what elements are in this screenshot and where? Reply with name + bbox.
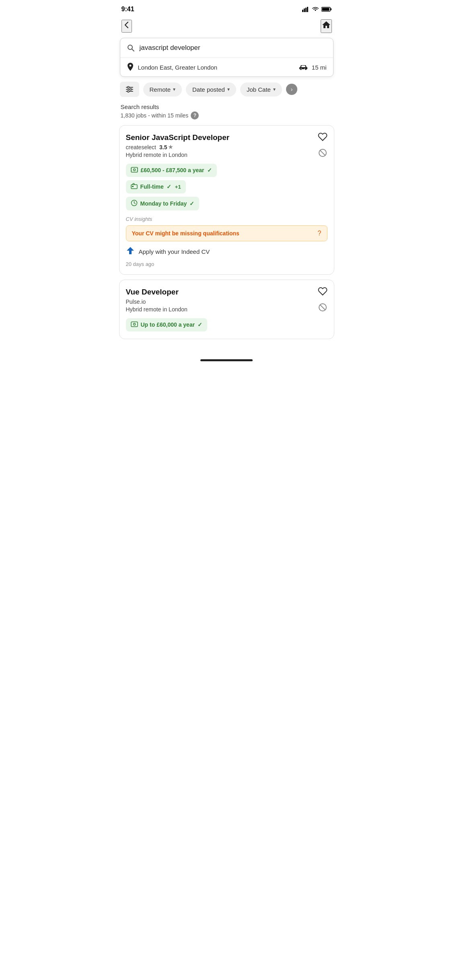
status-icons: [302, 6, 332, 12]
date-posted-chevron-icon: ▾: [227, 86, 230, 92]
job-company-row: createselect 3.5 ★: [126, 144, 311, 150]
jobtype-verified-icon: ✓: [167, 183, 171, 190]
cv-warning-info-icon[interactable]: ?: [318, 230, 321, 237]
results-title: Search results: [121, 103, 333, 110]
job-tags: £60,500 - £87,500 a year ✓ Full-time ✓ +…: [126, 164, 327, 210]
job-title: Vue Developer: [126, 287, 311, 297]
status-bar: 9:41: [113, 0, 340, 16]
job-category-chevron-icon: ▾: [273, 86, 276, 92]
apply-text: Apply with your Indeed CV: [139, 248, 210, 255]
cv-warning[interactable]: Your CV might be missing qualifications …: [126, 225, 327, 241]
remote-filter-label: Remote: [150, 86, 171, 93]
salary-tag: Up to £60,000 a year ✓: [126, 318, 208, 331]
job-card-actions: [318, 132, 327, 159]
svg-rect-3: [307, 7, 308, 12]
svg-point-13: [127, 91, 129, 92]
job-location: Hybrid remote in London: [126, 306, 311, 313]
posted-time: 20 days ago: [126, 261, 327, 267]
distance-text: 15 mi: [312, 64, 327, 71]
remote-filter-button[interactable]: Remote ▾: [143, 82, 182, 97]
job-title-section: Senior JavaScript Developer createselect…: [126, 133, 327, 158]
results-count-text: 1,830 jobs - within 15 miles: [121, 112, 189, 119]
jobtype-extra: +1: [175, 184, 181, 190]
cv-warning-text: Your CV might be missing qualifications: [132, 230, 315, 237]
block-job-button[interactable]: [318, 303, 327, 314]
job-card[interactable]: Senior JavaScript Developer createselect…: [119, 125, 334, 275]
nav-bar: [113, 16, 340, 38]
date-posted-filter-button[interactable]: Date posted ▾: [186, 82, 236, 97]
svg-rect-6: [322, 8, 329, 11]
schedule-icon: [131, 200, 138, 208]
svg-point-29: [133, 323, 135, 325]
rating-value: 3.5: [159, 144, 167, 150]
svg-rect-1: [304, 8, 305, 12]
filter-sliders-button[interactable]: [120, 82, 139, 97]
salary-verified-icon: ✓: [198, 321, 202, 328]
schedule-verified-icon: ✓: [189, 200, 194, 207]
job-card-actions: [318, 286, 327, 314]
battery-icon: [321, 6, 332, 12]
apply-arrow-icon: [126, 246, 135, 257]
scroll-indicator: ›: [286, 84, 297, 95]
star-icon: ★: [168, 144, 173, 150]
job-card-header: Vue Developer Pulse.io Hybrid remote in …: [126, 287, 327, 313]
results-info: Search results 1,830 jobs - within 15 mi…: [113, 102, 340, 125]
salary-verified-icon: ✓: [207, 167, 212, 173]
home-indicator-bar: [200, 359, 253, 361]
job-category-filter-button[interactable]: Job Cate ▾: [240, 82, 282, 97]
svg-rect-0: [302, 10, 303, 12]
apply-row[interactable]: Apply with your Indeed CV: [126, 246, 327, 257]
search-row[interactable]: javascript developer: [120, 38, 333, 58]
car-icon: [299, 64, 308, 70]
salary-text: Up to £60,000 a year: [141, 321, 195, 328]
salary-icon: [131, 167, 138, 174]
svg-rect-23: [132, 186, 134, 187]
svg-point-11: [127, 86, 129, 88]
block-job-button[interactable]: [318, 148, 327, 159]
svg-line-15: [320, 150, 325, 155]
job-card-header: Senior JavaScript Developer createselect…: [126, 133, 327, 158]
home-button[interactable]: [321, 19, 332, 33]
salary-tag: £60,500 - £87,500 a year ✓: [126, 164, 217, 177]
svg-rect-5: [330, 8, 332, 10]
date-posted-filter-label: Date posted: [192, 86, 225, 93]
back-button[interactable]: [121, 20, 132, 33]
bottom-indicator: [113, 355, 340, 369]
schedule-tag: Monday to Friday ✓: [126, 197, 200, 210]
save-job-button[interactable]: [318, 286, 327, 298]
jobtype-tag: Full-time ✓ +1: [126, 180, 186, 194]
location-row[interactable]: London East, Greater London 15 mi: [120, 58, 333, 76]
remote-chevron-icon: ▾: [173, 86, 175, 92]
job-category-filter-label: Job Cate: [247, 86, 271, 93]
company-rating: 3.5 ★: [159, 144, 173, 150]
cv-insights-label: CV insights: [126, 216, 327, 222]
signal-icon: [302, 6, 309, 12]
job-company-row: Pulse.io: [126, 299, 311, 305]
svg-line-27: [320, 305, 325, 310]
svg-point-17: [133, 169, 135, 171]
svg-marker-25: [127, 247, 134, 254]
wifi-icon: [312, 6, 319, 12]
location-pin-icon: [127, 63, 134, 72]
jobs-list: Senior JavaScript Developer createselect…: [113, 125, 340, 355]
filter-bar: Remote ▾ Date posted ▾ Job Cate ▾ ›: [113, 82, 340, 102]
job-card[interactable]: Vue Developer Pulse.io Hybrid remote in …: [119, 280, 334, 339]
location-text: London East, Greater London: [138, 64, 295, 71]
job-tags: Up to £60,000 a year ✓: [126, 318, 327, 331]
info-icon[interactable]: ?: [191, 111, 199, 119]
search-container: javascript developer London East, Greate…: [120, 38, 334, 77]
salary-icon: [131, 321, 138, 329]
company-name: Pulse.io: [126, 299, 146, 305]
svg-rect-2: [305, 8, 307, 12]
search-query[interactable]: javascript developer: [140, 44, 327, 52]
jobtype-icon: [131, 183, 138, 191]
salary-text: £60,500 - £87,500 a year: [141, 167, 204, 173]
job-title-section: Vue Developer Pulse.io Hybrid remote in …: [126, 287, 327, 313]
search-icon: [127, 44, 135, 52]
svg-point-12: [130, 89, 131, 90]
jobtype-text: Full-time: [140, 183, 164, 190]
schedule-text: Monday to Friday: [140, 200, 187, 207]
results-count-row: 1,830 jobs - within 15 miles ?: [121, 111, 333, 119]
save-job-button[interactable]: [318, 132, 327, 143]
job-title: Senior JavaScript Developer: [126, 133, 311, 142]
